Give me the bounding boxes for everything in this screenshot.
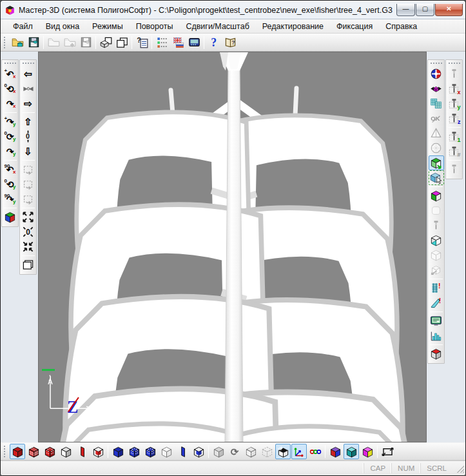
help-book-button[interactable]: ? xyxy=(222,35,238,50)
toolbar-grip[interactable] xyxy=(23,63,34,66)
toolbar-grip[interactable] xyxy=(4,446,7,457)
rotate-zero-y-button[interactable]: ⟳0y xyxy=(3,129,18,144)
pan-down-button[interactable]: ⇩ xyxy=(21,144,36,159)
light-cube-button[interactable] xyxy=(275,444,291,459)
titlebar[interactable]: Мастер-3D (система ПолигонСофт) - C:\Pol… xyxy=(1,1,465,19)
zoom-shrink-button[interactable] xyxy=(21,239,36,254)
mold-solid-red-button[interactable] xyxy=(10,444,25,459)
pin-model-button[interactable] xyxy=(429,218,444,233)
window-view-button[interactable] xyxy=(21,257,36,272)
menu-file[interactable]: Файл xyxy=(7,20,39,33)
import-file-button[interactable] xyxy=(62,35,77,50)
calculator-button[interactable] xyxy=(186,35,202,50)
cube-red-blue-button[interactable] xyxy=(327,444,343,459)
color-faces-button[interactable] xyxy=(429,188,444,203)
pin-rotate-button[interactable] xyxy=(447,66,462,81)
pan-right-button[interactable]: ⇨ xyxy=(21,96,36,111)
layers-check-button[interactable]: ! xyxy=(429,281,444,295)
cube-top-view-button[interactable] xyxy=(429,346,444,361)
rotate-zero-x-button[interactable]: ⟲0x xyxy=(3,81,18,96)
select-element-button[interactable] xyxy=(429,170,444,185)
pin-x-button[interactable]: x xyxy=(447,81,462,96)
toolbar-grip[interactable] xyxy=(4,37,7,48)
open-model-button[interactable] xyxy=(10,35,25,50)
gray-wire-button[interactable] xyxy=(243,444,258,459)
rotate-minus-90-button[interactable]: ↶90x xyxy=(3,162,18,177)
pin-y-button[interactable]: y xyxy=(447,96,462,111)
dice-view-button[interactable] xyxy=(429,248,444,263)
cast-slice-blue-button[interactable] xyxy=(175,444,190,459)
pan-left-button[interactable]: ⇦ xyxy=(21,66,36,81)
pin-grid-button[interactable]: # xyxy=(447,144,462,159)
cube-move-button[interactable] xyxy=(429,263,444,277)
toolbar-grip[interactable] xyxy=(449,63,460,66)
menu-fixation[interactable]: Фиксация xyxy=(331,20,378,33)
toolbar-grip[interactable] xyxy=(5,63,16,66)
cast-dots-blue-button[interactable] xyxy=(142,444,158,459)
zoom-region-2-button[interactable] xyxy=(21,177,36,192)
menu-rotations[interactable]: Повороты xyxy=(130,20,179,33)
pyramid-view-button[interactable] xyxy=(429,126,444,141)
zoom-region-button[interactable] xyxy=(21,162,36,177)
rotate-reset-button[interactable]: ⟲0y xyxy=(3,177,18,192)
view-sphere-button[interactable] xyxy=(429,66,444,81)
minimize-button[interactable]: — xyxy=(396,4,415,16)
mold-empty-button[interactable] xyxy=(58,444,73,459)
object-properties-button[interactable]: ? xyxy=(134,35,150,50)
center-horizontal-button[interactable]: ▶0◀ xyxy=(21,81,36,96)
save-as-button[interactable] xyxy=(78,35,93,50)
mold-wire-red-button[interactable] xyxy=(26,444,41,459)
menu-modes[interactable]: Режимы xyxy=(86,20,129,33)
section-view-button[interactable] xyxy=(429,233,444,248)
help-button[interactable]: ? xyxy=(206,35,222,50)
cast-dotsphere-blue-button[interactable] xyxy=(126,444,142,459)
language-flag-button[interactable] xyxy=(170,35,186,50)
cube-magenta-button[interactable] xyxy=(360,444,375,459)
rotate-anim-button[interactable]: ⟳ xyxy=(227,444,242,459)
gate-check-button[interactable]: ! xyxy=(429,295,444,310)
rotate-plus-x-button[interactable]: ↶+x xyxy=(3,66,18,81)
points-000-button[interactable] xyxy=(307,444,323,459)
viewport-3d[interactable]: Z xyxy=(38,52,427,442)
close-button[interactable]: ✕ xyxy=(435,4,463,16)
mesh-windows-button[interactable] xyxy=(429,96,444,111)
axis-cube-button[interactable] xyxy=(3,210,18,224)
gray-cube-button[interactable] xyxy=(211,444,226,459)
pin-cube-button[interactable] xyxy=(447,162,462,177)
cast-empty-button[interactable] xyxy=(159,444,174,459)
cast-solid-blue-button[interactable] xyxy=(110,444,126,459)
mold-slice-red-button[interactable] xyxy=(74,444,90,459)
rotate-plus-y-button[interactable]: ↷+y xyxy=(3,114,18,129)
menu-editing[interactable]: Редактирование xyxy=(257,20,329,33)
dashed-cube-button[interactable] xyxy=(259,444,275,459)
rotate-plus-90-button[interactable]: ↷90y xyxy=(3,192,18,206)
menu-shift-scale[interactable]: Сдвиги/Масштаб xyxy=(180,20,255,33)
center-vertical-button[interactable]: 0 xyxy=(21,129,36,144)
ok-apply-button[interactable]: OK xyxy=(429,111,444,126)
menu-window-view[interactable]: Вид окна xyxy=(40,20,85,33)
center-object-button[interactable] xyxy=(429,81,444,96)
pan-up-button[interactable]: ⇧ xyxy=(21,114,36,129)
zoom-expand-button[interactable] xyxy=(21,210,36,224)
histogram-button[interactable] xyxy=(429,328,444,343)
zoom-reset-button[interactable]: 0 xyxy=(21,224,36,239)
surface-mode-button[interactable] xyxy=(429,155,444,170)
net-view-button[interactable] xyxy=(429,141,444,155)
maximize-button[interactable]: ▢ xyxy=(416,4,434,16)
cast-frame-blue-button[interactable] xyxy=(191,444,206,459)
pin-steps-button[interactable]: 1 xyxy=(447,129,462,144)
fit-window-button[interactable] xyxy=(380,444,395,459)
toolbar-grip[interactable] xyxy=(431,63,442,66)
open-file-button[interactable] xyxy=(46,35,61,50)
menu-help[interactable]: Справка xyxy=(380,20,423,33)
axes-xyz-button[interactable] xyxy=(291,444,307,459)
pin-z-button[interactable]: z xyxy=(447,111,462,126)
shaded-gray-button[interactable] xyxy=(429,203,444,218)
zoom-region-3-button[interactable] xyxy=(21,192,36,206)
mold-frame-red-button[interactable] xyxy=(90,444,106,459)
mold-dots-red-button[interactable] xyxy=(42,444,57,459)
copy-cube-button[interactable] xyxy=(98,35,113,50)
rotate-minus-y-button[interactable]: ↷y xyxy=(3,144,18,159)
copy-window-button[interactable] xyxy=(114,35,130,50)
save-model-button[interactable] xyxy=(26,35,41,50)
